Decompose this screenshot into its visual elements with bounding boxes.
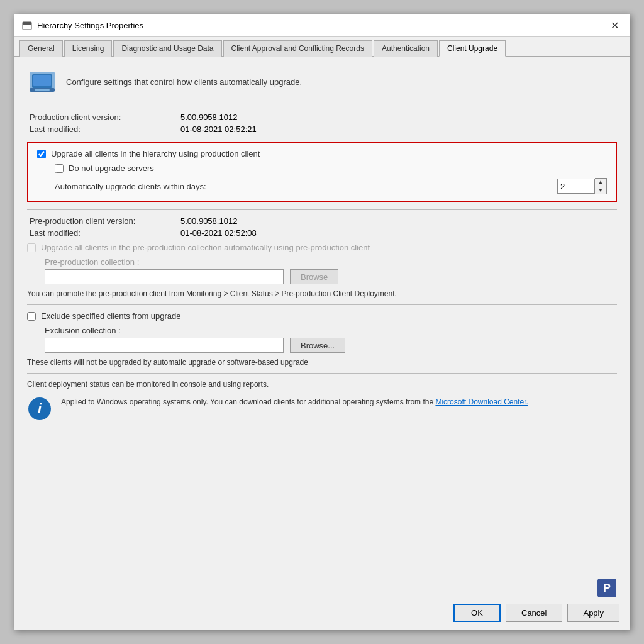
preproduction-upgrade-checkbox[interactable] (27, 243, 36, 252)
separator-3 (27, 304, 617, 305)
exclusion-checkbox[interactable] (27, 312, 36, 321)
production-modified-value: 01-08-2021 02:52:21 (180, 125, 257, 134)
window-title: Hierarchy Settings Properties (37, 21, 143, 30)
download-center-link[interactable]: Microsoft Download Center. (435, 397, 528, 406)
separator-1 (27, 106, 617, 106)
spinbox-input[interactable]: 2 (557, 179, 595, 194)
apply-button[interactable]: Apply (567, 604, 619, 622)
cancel-button[interactable]: Cancel (506, 604, 562, 622)
close-button[interactable]: ✕ (607, 18, 622, 33)
upgrade-section: Upgrade all clients in the hierarchy usi… (27, 142, 617, 202)
header-row: Configure settings that control how clie… (27, 67, 617, 97)
dialog-window: Hierarchy Settings Properties ✕ General … (14, 14, 630, 630)
tab-client-upgrade[interactable]: Client Upgrade (439, 40, 506, 57)
spinbox-row: Automatically upgrade clients within day… (37, 178, 607, 194)
no-upgrade-servers-row: Do not upgrade servers (37, 164, 607, 173)
footer: OK Cancel Apply (14, 596, 630, 630)
preproduction-modified-value: 01-08-2021 02:52:08 (180, 228, 257, 238)
preproduction-collection-input[interactable] (45, 269, 284, 284)
preproduction-collection-label: Pre-production collection : (45, 257, 617, 267)
exclusion-collection-label: Exclusion collection : (45, 326, 617, 335)
svg-rect-4 (33, 75, 51, 86)
separator-2 (27, 209, 617, 210)
section-icon (27, 67, 57, 97)
spinbox-container: 2 ▲ ▼ (557, 178, 607, 194)
tab-general[interactable]: General (19, 40, 63, 57)
exclusion-info-text: These clients will not be upgraded by au… (27, 358, 617, 367)
info-icon-container: i (27, 396, 52, 421)
bottom-info-text: Applied to Windows operating systems onl… (61, 397, 433, 406)
preproduction-collection-row: Browse (45, 269, 617, 284)
bottom-info-row: i Applied to Windows operating systems o… (27, 396, 617, 421)
content-area: Configure settings that control how clie… (14, 57, 630, 596)
preproduction-version-row: Pre-production client version: 5.00.9058… (27, 216, 617, 226)
preproduction-browse-button[interactable]: Browse (290, 269, 338, 284)
spin-up-button[interactable]: ▲ (595, 179, 606, 186)
svg-rect-1 (23, 22, 31, 25)
exclusion-collection-input[interactable] (45, 338, 284, 353)
preproduction-modified-row: Last modified: 01-08-2021 02:52:08 (27, 228, 617, 238)
exclusion-checkbox-row: Exclude specified clients from upgrade (27, 311, 617, 321)
title-bar: Hierarchy Settings Properties ✕ (14, 14, 630, 37)
separator-4 (27, 373, 617, 374)
exclusion-browse-button[interactable]: Browse... (290, 338, 345, 353)
watermark: P (597, 579, 616, 597)
tab-bar: General Licensing Diagnostic and Usage D… (14, 37, 630, 57)
preproduction-upgrade-label: Upgrade all clients in the pre-productio… (41, 243, 370, 252)
production-modified-label: Last modified: (30, 125, 155, 134)
production-version-label: Production client version: (30, 113, 155, 122)
preproduction-info-text: You can promote the pre-production clien… (27, 289, 617, 298)
no-upgrade-servers-label: Do not upgrade servers (69, 164, 154, 173)
exclusion-collection-row: Browse... (45, 338, 617, 353)
tab-diagnostic[interactable]: Diagnostic and Usage Data (113, 40, 221, 57)
bottom-info-text-block: Applied to Windows operating systems onl… (61, 396, 528, 408)
main-upgrade-checkbox[interactable] (37, 150, 46, 158)
spinbox-buttons: ▲ ▼ (595, 178, 607, 194)
ok-button[interactable]: OK (453, 604, 501, 622)
deployment-status-text: Client deployment status can be monitore… (27, 380, 617, 389)
preproduction-upgrade-checkbox-row: Upgrade all clients in the pre-productio… (27, 243, 617, 252)
preproduction-version-label: Pre-production client version: (30, 216, 155, 226)
tab-authentication[interactable]: Authentication (374, 40, 438, 57)
exclusion-label: Exclude specified clients from upgrade (41, 311, 181, 321)
no-upgrade-servers-checkbox[interactable] (55, 164, 64, 173)
main-upgrade-label: Upgrade all clients in the hierarchy usi… (51, 149, 260, 158)
preproduction-collection-block: Pre-production collection : Browse (27, 257, 617, 284)
production-version-value: 5.00.9058.1012 (180, 113, 237, 122)
tab-client-approval[interactable]: Client Approval and Conflicting Records (223, 40, 372, 57)
exclusion-collection-block: Exclusion collection : Browse... (27, 326, 617, 353)
preproduction-modified-label: Last modified: (30, 228, 155, 238)
production-version-row: Production client version: 5.00.9058.101… (27, 113, 617, 122)
svg-rect-6 (35, 89, 50, 91)
header-description: Configure settings that control how clie… (66, 77, 302, 87)
tab-licensing[interactable]: Licensing (64, 40, 113, 57)
info-icon: i (28, 397, 51, 420)
production-modified-row: Last modified: 01-08-2021 02:52:21 (27, 125, 617, 134)
spin-down-button[interactable]: ▼ (595, 186, 606, 194)
window-icon (22, 21, 32, 31)
preproduction-version-value: 5.00.9058.1012 (180, 216, 237, 226)
main-upgrade-checkbox-row: Upgrade all clients in the hierarchy usi… (37, 149, 607, 158)
spinbox-label: Automatically upgrade clients within day… (55, 182, 206, 191)
